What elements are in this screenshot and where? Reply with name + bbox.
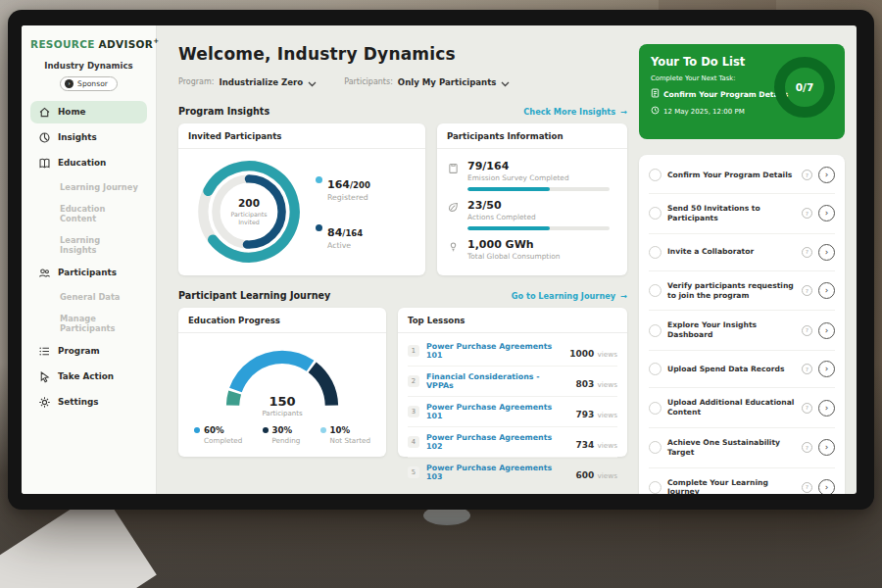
participants-information-card: Participants Information 79/164 Emission… — [437, 123, 627, 275]
task-checkbox[interactable] — [649, 207, 662, 220]
sidebar-item-label: Participants — [58, 268, 117, 277]
task-row-upload-spend-data[interactable]: Upload Spend Data Records ? › — [649, 351, 835, 388]
info-icon[interactable]: ? — [802, 325, 812, 336]
stat-value: 79/164 — [467, 160, 569, 172]
task-row-explore-insights[interactable]: Explore Your Insights Dashboard ? › — [649, 311, 835, 351]
info-icon[interactable]: ? — [802, 442, 812, 453]
sidebar-item-label: Program — [58, 346, 100, 356]
task-row-verify-participants[interactable]: Verify participants requesting to join t… — [649, 271, 835, 312]
info-icon[interactable]: ? — [802, 482, 812, 493]
lesson-title-link[interactable]: Power Purchase Agreements 102 — [426, 433, 569, 451]
participants-filter-dropdown[interactable]: Participants: Only My Participants — [344, 73, 510, 91]
legend-item-active: 84/164 Active — [316, 221, 370, 250]
lesson-views-label: views — [597, 380, 617, 389]
chevron-right-button[interactable]: › — [818, 282, 835, 299]
task-row-upload-educational-content[interactable]: Upload Additional Educational Content ? … — [649, 388, 835, 428]
info-icon[interactable]: ? — [802, 247, 812, 258]
task-row-confirm-program[interactable]: Confirm Your Program Details ? › — [649, 157, 835, 194]
program-insights-header: Program Insights Check More Insights → — [178, 106, 627, 117]
legend-label: Completed — [204, 436, 242, 445]
info-icon[interactable]: ? — [802, 208, 812, 219]
task-checkbox[interactable] — [649, 246, 662, 259]
chevron-right-button[interactable]: › — [818, 167, 835, 183]
sidebar-item-insights[interactable]: Insights — [30, 126, 147, 149]
legend-dot — [316, 224, 322, 231]
filters-row: Program: Industrialize Zero Participants… — [178, 73, 627, 91]
sidebar-nav: Home Insights Education Learning Journey… — [30, 101, 147, 416]
sidebar-item-manage-participants[interactable]: Manage Participants — [30, 309, 147, 338]
participants-filter-value: Only My Participants — [398, 77, 497, 87]
lesson-row: 2 Financial Considerations - VPPAs 803vi… — [408, 367, 617, 397]
info-icon[interactable]: ? — [802, 364, 812, 374]
sidebar-item-label: Home — [58, 107, 86, 117]
task-row-invite-collaborator[interactable]: Invite a Collaborator ? › — [649, 234, 835, 271]
task-label: Upload Additional Educational Content — [667, 398, 796, 417]
legend-dot — [320, 427, 326, 433]
legend-dot — [194, 427, 200, 433]
legend-denominator: /164 — [342, 228, 363, 238]
task-row-complete-learning-journey[interactable]: Complete Your Learning Journey ? › — [649, 468, 835, 494]
lesson-rank-badge: 1 — [408, 345, 419, 357]
task-label: Upload Spend Data Records — [667, 365, 796, 374]
lesson-row: 5 Power Purchase Agreements 103 600views — [408, 458, 617, 487]
card-body: 79/164 Emission Survey Completed 23/50 A… — [437, 149, 627, 269]
lesson-title-link[interactable]: Power Purchase Agreements 103 — [426, 464, 569, 481]
chevron-right-button[interactable]: › — [818, 322, 835, 339]
task-checkbox[interactable] — [649, 169, 662, 181]
gauge-center-value: 150 — [221, 394, 343, 409]
sidebar-item-general-data[interactable]: General Data — [30, 287, 147, 307]
lesson-title-link[interactable]: Power Purchase Agreements 101 — [426, 403, 569, 420]
lesson-row: 4 Power Purchase Agreements 102 734views — [408, 427, 617, 458]
legend-denominator: /200 — [350, 180, 370, 190]
task-checkbox[interactable] — [649, 363, 662, 375]
task-checkbox[interactable] — [649, 284, 662, 297]
sidebar-item-label: Take Action — [58, 371, 114, 381]
chevron-right-button[interactable]: › — [818, 361, 835, 377]
check-more-insights-link[interactable]: Check More Insights → — [523, 107, 627, 117]
participants-filter-label: Participants: — [344, 77, 393, 86]
chevron-right-button[interactable]: › — [818, 244, 835, 261]
task-row-send-invitations[interactable]: Send 50 Invitations to Participants ? › — [649, 194, 835, 234]
cursor-icon — [38, 370, 51, 383]
sidebar-item-home[interactable]: Home — [30, 101, 147, 123]
book-icon — [38, 157, 51, 170]
info-icon[interactable]: ? — [802, 170, 812, 180]
gear-icon — [38, 396, 51, 409]
card-title: Invited Participants — [178, 123, 425, 149]
task-label: Confirm Your Program Details — [667, 171, 796, 180]
info-icon[interactable]: ? — [802, 403, 812, 414]
sidebar-item-learning-insights[interactable]: Learning Insights — [30, 230, 147, 260]
program-filter-value: Industrialize Zero — [219, 77, 303, 87]
sidebar-item-learning-journey[interactable]: Learning Journey — [30, 177, 147, 197]
task-checkbox[interactable] — [649, 481, 662, 494]
legend-item-registered: 164/200 Registered — [316, 173, 370, 202]
legend-item-not-started: 10% Not Started — [320, 425, 370, 445]
sidebar-item-education[interactable]: Education — [30, 152, 147, 174]
lesson-title-link[interactable]: Power Purchase Agreements 101 — [426, 342, 563, 360]
sidebar-item-participants[interactable]: Participants — [30, 262, 147, 284]
sponsor-badge[interactable]: › Sponsor — [60, 76, 118, 91]
sidebar-item-education-content[interactable]: Education Content — [30, 199, 147, 228]
lesson-rank-badge: 5 — [408, 466, 419, 478]
lesson-views-label: views — [597, 441, 617, 450]
chevron-right-button[interactable]: › — [818, 205, 835, 221]
lesson-title-link[interactable]: Financial Considerations - VPPAs — [426, 372, 569, 390]
lightbulb-icon — [447, 240, 460, 253]
program-filter-dropdown[interactable]: Program: Industrialize Zero — [178, 73, 317, 91]
chevron-right-button[interactable]: › — [818, 400, 835, 416]
task-checkbox[interactable] — [649, 402, 662, 415]
lesson-views: 734 — [576, 440, 595, 450]
sidebar-item-program[interactable]: Program — [30, 340, 147, 363]
chevron-right-button[interactable]: › — [818, 479, 835, 494]
info-icon[interactable]: ? — [802, 285, 812, 296]
task-checkbox[interactable] — [649, 441, 662, 454]
link-label: Check More Insights — [523, 107, 615, 117]
go-to-learning-journey-link[interactable]: Go to Learning Journey → — [512, 291, 627, 301]
sidebar-item-take-action[interactable]: Take Action — [30, 366, 147, 388]
task-row-achieve-sustainability-target[interactable]: Achieve One Sustainability Target ? › — [649, 428, 835, 468]
sidebar-item-settings[interactable]: Settings — [30, 391, 147, 414]
task-checkbox[interactable] — [649, 324, 662, 337]
legend-value: 164 — [327, 178, 350, 191]
stat-actions: 23/50 Actions Completed — [447, 196, 617, 221]
chevron-right-button[interactable]: › — [818, 439, 835, 456]
